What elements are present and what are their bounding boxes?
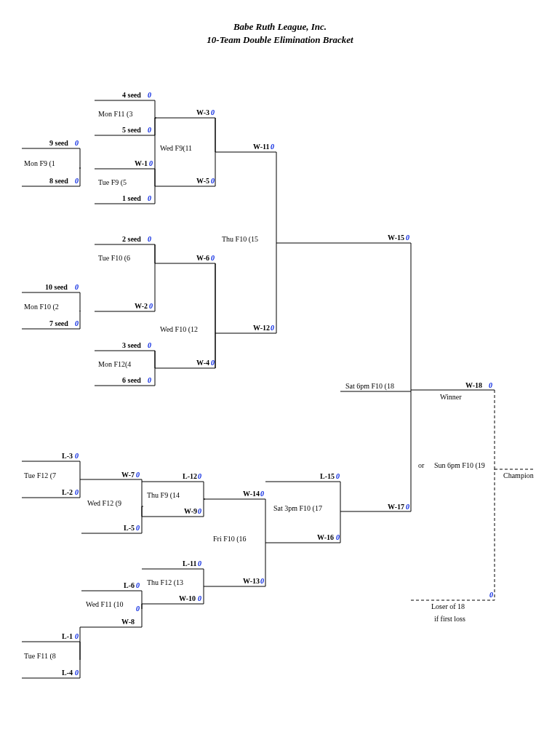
score: 0 [149, 302, 153, 310]
w5: W-5 [196, 177, 209, 185]
l1: L-1 [62, 632, 73, 640]
l11: L-11 [183, 559, 196, 567]
score: 0 [136, 605, 140, 613]
w4: W-4 [196, 359, 209, 367]
score: 0 [136, 471, 140, 479]
score: 0 [406, 234, 409, 242]
l12: L-12 [183, 472, 197, 480]
game-18: Sat 6pm F10 (18 [345, 382, 394, 390]
score: 0 [75, 632, 79, 640]
seed-5: 5 seed [122, 126, 141, 134]
game-13: Thu F12 (13 [147, 578, 183, 586]
game-7: Tue F12 (7 [24, 471, 56, 479]
game-19: Sun 6pm F10 (19 [434, 461, 485, 469]
w6: W-6 [196, 254, 209, 262]
seed-2: 2 seed [122, 235, 141, 243]
score: 0 [75, 177, 79, 185]
score: 0 [75, 452, 79, 460]
score: 0 [271, 143, 274, 151]
game-3: Mon F11 (3 [98, 110, 132, 118]
game-9: Wed F12 (9 [87, 499, 121, 507]
game-12: Wed F10 (12 [160, 325, 198, 333]
seed-6: 6 seed [122, 376, 141, 384]
loser-18-label: Loser of 18 [431, 602, 465, 610]
champion-label: Champion [503, 471, 534, 479]
score: 0 [148, 91, 151, 99]
score: 0 [149, 159, 153, 167]
score: 0 [336, 472, 340, 480]
game-5: Tue F9 (5 [98, 178, 127, 186]
score: 0 [148, 235, 151, 243]
score: 0 [489, 591, 493, 599]
score: 0 [336, 533, 340, 541]
score: 0 [75, 319, 79, 327]
score: 0 [271, 324, 274, 332]
game-11: Wed F9(11 [160, 144, 192, 152]
l2: L-2 [62, 488, 73, 496]
game-8: Tue F11 (8 [24, 652, 56, 660]
l5: L-5 [124, 524, 135, 532]
game-14: Thu F9 (14 [147, 491, 180, 499]
score: 0 [75, 283, 79, 291]
game-2: Mon F10 (2 [24, 303, 59, 311]
seed-10: 10 seed [45, 283, 68, 291]
score: 0 [148, 341, 151, 349]
winner-label: Winner [440, 393, 462, 401]
w13: W-13 [243, 577, 260, 585]
game-15: Thu F10 (15 [222, 235, 258, 243]
l15: L-15 [320, 472, 335, 480]
w2: W-2 [135, 302, 148, 310]
game-6: Tue F10 (6 [98, 254, 130, 262]
game-1: Mon F9 (1 [24, 159, 55, 167]
w11: W-11 [253, 143, 269, 151]
w1: W-1 [135, 159, 148, 167]
game-17: Sat 3pm F10 (17 [273, 504, 322, 512]
score: 0 [148, 376, 151, 384]
seed-7: 7 seed [49, 319, 68, 327]
w18: W-18 [465, 381, 482, 389]
w14: W-14 [243, 490, 260, 498]
score: 0 [198, 594, 201, 602]
w10: W-10 [179, 594, 196, 602]
l4: L-4 [62, 669, 73, 677]
w8: W-8 [121, 618, 135, 626]
score: 0 [211, 359, 215, 367]
w15: W-15 [388, 234, 404, 242]
game-4: Mon F12(4 [98, 360, 131, 368]
score: 0 [148, 194, 151, 202]
w16: W-16 [317, 533, 334, 541]
if-first-loss-label: if first loss [434, 615, 465, 623]
score: 0 [489, 381, 492, 389]
w9: W-9 [184, 507, 197, 515]
w7: W-7 [121, 471, 135, 479]
score: 0 [75, 488, 79, 496]
score: 0 [198, 472, 201, 480]
seed-9: 9 seed [49, 139, 68, 147]
score: 0 [75, 139, 79, 147]
seed-3: 3 seed [122, 341, 141, 349]
score: 0 [211, 177, 215, 185]
score: 0 [136, 524, 140, 532]
score: 0 [148, 126, 151, 134]
game-10: Wed F11 (10 [86, 600, 124, 608]
w12: W-12 [253, 324, 270, 332]
seed-1: 1 seed [122, 194, 141, 202]
seed-4: 4 seed [122, 91, 141, 99]
score: 0 [406, 503, 409, 511]
l6: L-6 [124, 581, 135, 589]
bracket-svg [0, 0, 560, 745]
or-label: or [418, 461, 424, 469]
score: 0 [136, 581, 140, 589]
w17: W-17 [388, 503, 404, 511]
score: 0 [260, 490, 264, 498]
w3: W-3 [196, 108, 209, 116]
score: 0 [198, 507, 201, 515]
l3: L-3 [62, 452, 73, 460]
score: 0 [211, 108, 215, 116]
score: 0 [211, 254, 215, 262]
score: 0 [198, 559, 201, 567]
game-16: Fri F10 (16 [213, 535, 247, 543]
score: 0 [75, 669, 79, 677]
seed-8: 8 seed [49, 177, 68, 185]
score: 0 [260, 577, 264, 585]
